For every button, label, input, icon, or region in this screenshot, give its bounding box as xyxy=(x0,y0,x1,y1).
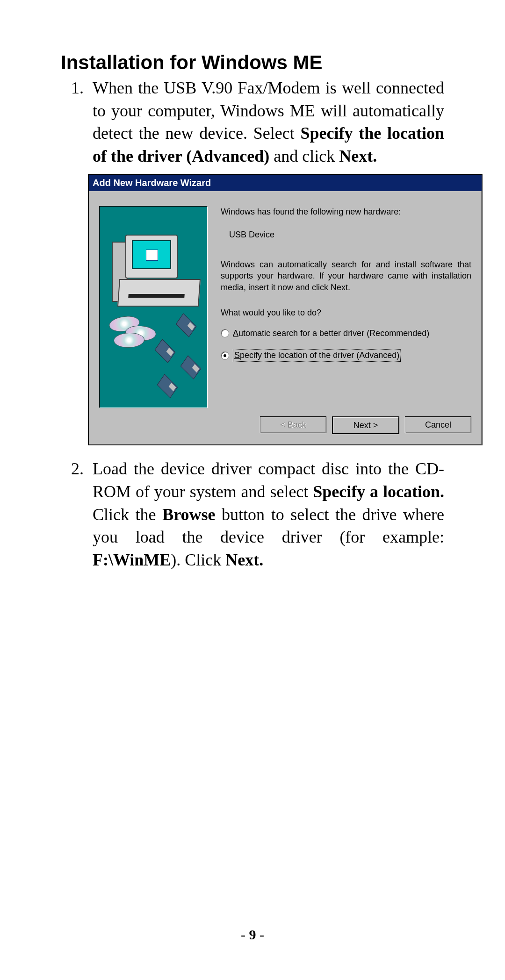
next-button[interactable]: Next > xyxy=(332,416,399,434)
cancel-button[interactable]: Cancel xyxy=(405,416,471,433)
radio-icon xyxy=(221,329,229,337)
step1-text-c: and click xyxy=(269,147,339,165)
radio-label-specify: Specify the location of the driver (Adva… xyxy=(233,349,401,361)
step2-text-f: F:\WinME xyxy=(93,551,171,569)
monitor-icon xyxy=(125,235,178,279)
radio-icon-selected xyxy=(221,351,229,360)
cd-icon xyxy=(113,332,144,348)
wizard-dialog: Add New Hardware Wizard xyxy=(88,174,483,445)
page-number: - 9 - xyxy=(0,927,505,943)
radio-option-automatic[interactable]: Automatic search for a better driver (Re… xyxy=(221,328,471,339)
floppy-icon xyxy=(176,314,197,338)
step2-text-c: Click the xyxy=(93,505,162,524)
step2-text-g: ). Click xyxy=(171,551,225,569)
radio-label-automatic: Automatic search for a better driver (Re… xyxy=(233,328,429,339)
step2-text-h: Next. xyxy=(225,551,263,569)
prompt-text: What would you like to do? xyxy=(221,307,471,318)
step-2: Load the device driver compact disc into… xyxy=(88,458,444,571)
back-button: < Back xyxy=(260,416,326,433)
dialog-titlebar: Add New Hardware Wizard xyxy=(89,175,482,191)
floppy-icon xyxy=(157,374,178,399)
step2-text-d: Browse xyxy=(162,505,215,524)
wizard-graphic xyxy=(99,206,208,408)
step2-text-b: Specify a location. xyxy=(313,482,444,501)
description-text: Windows can automatically search for and… xyxy=(221,259,471,293)
found-text: Windows has found the following new hard… xyxy=(221,206,471,217)
floppy-icon xyxy=(180,356,202,380)
device-name: USB Device xyxy=(229,229,471,240)
computer-base-icon xyxy=(117,279,201,307)
page-heading: Installation for Windows ME xyxy=(61,51,444,74)
step1-text-d: Next. xyxy=(339,147,377,165)
floppy-icon xyxy=(155,339,176,364)
radio-option-specify[interactable]: Specify the location of the driver (Adva… xyxy=(221,349,471,361)
step-1: When the USB V.90 Fax/Modem is well conn… xyxy=(88,77,444,445)
